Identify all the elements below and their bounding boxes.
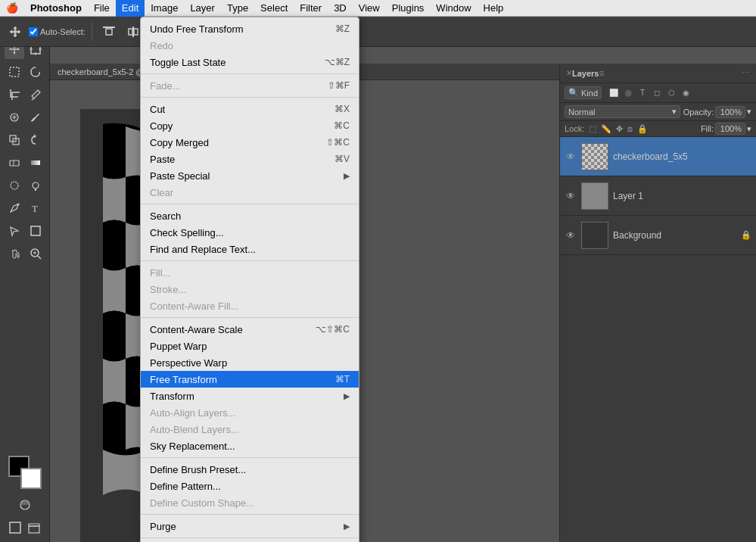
layer-row-background[interactable]: 👁 Background 🔒 (560, 216, 756, 255)
menu-item-content-aware-fill[interactable]: Content-Aware Fill... (141, 297, 359, 314)
menubar-type[interactable]: Type (221, 0, 254, 17)
move-tool-btn[interactable] (5, 21, 26, 42)
zoom-tool[interactable] (26, 244, 45, 263)
menu-item-define-pattern[interactable]: Define Pattern... (141, 478, 359, 494)
menu-item-puppet-warp[interactable]: Puppet Warp (141, 338, 359, 354)
text-layer-icon[interactable]: T (636, 87, 649, 99)
menu-item-find-replace[interactable]: Find and Replace Text... (141, 241, 359, 257)
change-screen-mode[interactable] (6, 518, 24, 537)
menu-item-auto-align[interactable]: Auto-Align Layers... (141, 404, 359, 421)
menubar-layer[interactable]: Layer (184, 0, 221, 17)
tool-row-9 (0, 220, 49, 242)
lock-position-icon[interactable]: ✥ (616, 124, 623, 134)
menu-item-copy-merged[interactable]: Copy Merged ⇧⌘C (141, 134, 359, 151)
blend-mode-dropdown[interactable]: Normal ▾ (565, 105, 680, 118)
menu-item-transform[interactable]: Transform ▶ (141, 388, 359, 404)
align-top-btn[interactable] (98, 21, 120, 42)
hand-tool[interactable] (5, 244, 24, 263)
menubar-filter[interactable]: Filter (294, 0, 328, 17)
lasso-tool[interactable] (26, 62, 45, 82)
menu-item-copy[interactable]: Copy ⌘C (141, 117, 359, 134)
layers-panel-title: Layers (572, 69, 599, 78)
menu-item-search[interactable]: Search (141, 207, 359, 224)
menu-item-content-aware-scale[interactable]: Content-Aware Scale ⌥⇧⌘C (141, 321, 359, 338)
layer-name-layer1: Layer 1 (613, 191, 751, 201)
shape-tool[interactable] (26, 221, 45, 241)
menubar-image[interactable]: Image (145, 0, 184, 17)
background-color[interactable] (20, 468, 42, 489)
blur-tool[interactable] (5, 176, 24, 195)
lock-artboard-icon[interactable]: ⧈ (627, 124, 633, 134)
lock-all-icon[interactable]: 🔒 (637, 124, 648, 134)
layers-panel-expand[interactable]: ⋯ (742, 68, 750, 78)
lock-transparent-icon[interactable]: ⬚ (589, 124, 596, 134)
history-brush[interactable] (26, 130, 45, 150)
lock-pixels-icon[interactable]: ✏️ (601, 124, 611, 134)
smart-object-icon[interactable]: ⬡ (665, 87, 677, 99)
auto-select-checkbox[interactable] (29, 27, 38, 36)
menu-item-free-transform[interactable]: Free Transform ⌘T (141, 371, 359, 388)
menu-item-fade[interactable]: Fade... ⇧⌘F (141, 77, 359, 94)
menu-item-fill[interactable]: Fill... (141, 264, 359, 281)
brush-tool[interactable] (26, 107, 45, 127)
copy-merged-shortcut: ⇧⌘C (326, 137, 350, 148)
menu-item-paste-special[interactable]: Paste Special ▶ (141, 167, 359, 184)
menu-item-auto-blend[interactable]: Auto-Blend Layers... (141, 421, 359, 438)
menubar-photoshop[interactable]: Photoshop (24, 0, 88, 17)
marquee-tool[interactable] (5, 62, 24, 82)
layer-row-checkerboard[interactable]: 👁 checkerboard_5x5 (560, 137, 756, 176)
opacity-label: Opacity: (683, 107, 714, 117)
layer-eye-checkerboard[interactable]: 👁 (565, 151, 577, 163)
dodge-tool[interactable] (26, 176, 45, 195)
menubar-file[interactable]: File (88, 0, 116, 17)
adjustment-layer-icon[interactable]: ◎ (622, 87, 634, 99)
eyedropper-tool[interactable] (26, 85, 45, 104)
layers-panel-close[interactable]: ✕ (566, 69, 572, 77)
gradient-tool[interactable] (26, 153, 45, 173)
menu-item-toggle[interactable]: Toggle Last State ⌥⌘Z (141, 54, 359, 70)
menubar-3d[interactable]: 3D (328, 0, 353, 17)
menu-item-stroke[interactable]: Stroke... (141, 281, 359, 297)
menubar-edit[interactable]: Edit (116, 0, 145, 17)
healing-tool[interactable] (5, 107, 24, 127)
opacity-value[interactable]: 100% (715, 106, 745, 118)
menubar-plugins[interactable]: Plugins (386, 0, 431, 17)
menu-item-purge[interactable]: Purge ▶ (141, 518, 359, 534)
menu-item-check-spelling[interactable]: Check Spelling... (141, 224, 359, 241)
pixel-layer-icon[interactable]: ⬜ (608, 87, 620, 99)
menu-item-paste[interactable]: Paste ⌘V (141, 151, 359, 167)
menu-item-define-custom-shape[interactable]: Define Custom Shape... (141, 494, 359, 511)
fill-value[interactable]: 100% (715, 123, 745, 135)
menu-item-clear[interactable]: Clear (141, 184, 359, 201)
clone-tool[interactable] (5, 130, 24, 150)
crop-tool[interactable] (5, 85, 24, 104)
menu-item-define-brush[interactable]: Define Brush Preset... (141, 461, 359, 478)
layer-row-layer1[interactable]: 👁 Layer 1 (560, 176, 756, 216)
menu-item-sky-replacement[interactable]: Sky Replacement... (141, 438, 359, 454)
eraser-tool[interactable] (5, 153, 24, 173)
layer-eye-layer1[interactable]: 👁 (565, 190, 577, 202)
background-lock-icon: 🔒 (741, 230, 751, 240)
menu-item-redo[interactable]: Redo (141, 37, 359, 54)
fg-bg-selector[interactable] (8, 456, 42, 489)
menu-item-perspective-warp[interactable]: Perspective Warp (141, 354, 359, 371)
menubar-view[interactable]: View (353, 0, 386, 17)
menu-item-cut[interactable]: Cut ⌘X (141, 101, 359, 117)
menubar-window[interactable]: Window (430, 0, 477, 17)
menubar-select[interactable]: Select (254, 0, 294, 17)
text-tool[interactable]: T (26, 198, 45, 218)
quick-mask-btn[interactable] (15, 495, 35, 515)
path-select-tool[interactable] (5, 221, 24, 241)
pen-tool[interactable] (5, 198, 24, 218)
shape-layer-icon[interactable]: ◻ (651, 87, 663, 99)
auto-select-control[interactable]: Auto-Select: (29, 27, 86, 36)
filter-layer-icon[interactable]: ◉ (680, 87, 692, 99)
layer-kind-filter[interactable]: 🔍 Kind (565, 86, 602, 99)
menu-item-undo[interactable]: Undo Free Transform ⌘Z (141, 20, 359, 37)
layers-panel-menu[interactable]: ≡ (599, 68, 604, 79)
frame-tool[interactable] (26, 518, 44, 537)
transform-label: Transform (150, 391, 344, 402)
layer-eye-background[interactable]: 👁 (565, 229, 577, 241)
menubar-help[interactable]: Help (478, 0, 510, 17)
apple-menu[interactable]: 🍎 (0, 0, 24, 17)
